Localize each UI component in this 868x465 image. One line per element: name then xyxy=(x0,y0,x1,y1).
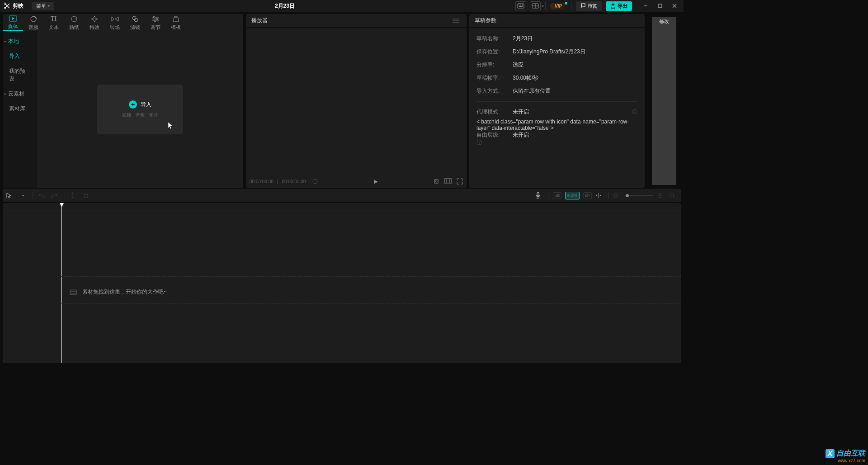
tab-label: 贴纸 xyxy=(69,24,79,31)
player-viewport[interactable] xyxy=(246,28,467,175)
split-button[interactable] xyxy=(71,192,79,199)
svg-rect-6 xyxy=(519,6,523,7)
tab-filter[interactable]: 滤镜 xyxy=(125,15,145,31)
divider xyxy=(548,192,548,199)
flag-icon xyxy=(580,3,586,9)
ratio-icon[interactable] xyxy=(444,178,452,185)
timeline-body[interactable]: 素材拖拽到这里，开始你的大作吧~ xyxy=(3,210,681,363)
sidenav-import[interactable]: 导入 xyxy=(3,49,37,64)
svg-rect-48 xyxy=(70,290,76,294)
tab-media[interactable]: 媒体 xyxy=(3,15,23,31)
time-total: 00:00:00:00 xyxy=(282,179,306,184)
review-button[interactable]: 审阅 xyxy=(576,1,602,11)
modify-button[interactable]: 修改 xyxy=(652,17,676,185)
zoom-out-button[interactable] xyxy=(613,193,621,198)
transition-icon xyxy=(111,15,119,23)
adjust-icon xyxy=(152,15,159,23)
import-card[interactable]: + 导入 视频、音频、图片 xyxy=(97,85,183,134)
plus-icon: + xyxy=(129,100,137,109)
menu-icon[interactable] xyxy=(450,16,461,25)
params-title: 草稿参数 xyxy=(475,17,496,24)
param-label: 保存位置: xyxy=(476,48,513,56)
sidenav-cloud[interactable]: 云素材 xyxy=(3,86,37,101)
scissors-icon xyxy=(4,2,11,9)
param-value: 保留在原有位置 xyxy=(513,87,551,95)
zoom-fit-button[interactable] xyxy=(669,193,677,198)
minimize-button[interactable] xyxy=(640,1,651,10)
zoom-slider[interactable] xyxy=(625,195,654,196)
svg-rect-10 xyxy=(581,4,585,7)
main-area: 媒体 音频 TI 文本 贴纸 特效 转场 xyxy=(0,12,684,189)
time-ruler[interactable] xyxy=(3,203,681,210)
param-row-proxy: 代理模式 未开启 ⓘ xyxy=(476,105,637,119)
tab-adjust[interactable]: 调节 xyxy=(145,15,165,31)
undo-button[interactable] xyxy=(38,193,47,198)
zoom-handle[interactable] xyxy=(626,194,629,197)
audio-icon xyxy=(30,15,37,23)
chevron-down-icon: ▾ xyxy=(542,5,544,8)
pointer-tool[interactable] xyxy=(6,192,14,199)
toolbar-right: ◁⫴ ⫴◁▷⫴ ⫴▷ xyxy=(535,192,677,199)
play-button[interactable]: ▶ xyxy=(374,178,378,185)
text-icon: TI xyxy=(51,15,57,23)
tab-label: 转场 xyxy=(110,24,120,31)
layout-icon[interactable]: ▾ xyxy=(530,1,541,10)
svg-rect-4 xyxy=(520,5,521,5)
export-button[interactable]: 导出 xyxy=(606,1,632,11)
tab-transition[interactable]: 转场 xyxy=(104,15,125,31)
tab-audio[interactable]: 音频 xyxy=(23,15,43,31)
svg-rect-5 xyxy=(522,5,523,5)
svg-point-28 xyxy=(313,179,317,184)
maximize-button[interactable] xyxy=(655,1,665,10)
param-row-resolution: 分辨率: 适应 xyxy=(476,58,637,71)
fullscreen-icon[interactable] xyxy=(457,178,463,185)
params-body: 草稿名称: 2月23日 保存位置: D:/JianyingPro Drafts/… xyxy=(469,28,645,188)
snap-next-button[interactable]: ⫴▷ xyxy=(583,192,592,199)
redo-button[interactable] xyxy=(51,193,59,198)
resource-tabs: 媒体 音频 TI 文本 贴纸 特效 转场 xyxy=(3,14,243,31)
divider xyxy=(608,192,609,199)
close-button[interactable] xyxy=(669,1,680,10)
tab-label: 调节 xyxy=(151,24,160,31)
delete-button[interactable] xyxy=(83,193,91,198)
player-controls: 00:00:00:00 | 00:00:00:00 ▶ xyxy=(246,175,467,188)
svg-point-30 xyxy=(435,180,437,182)
align-icon[interactable] xyxy=(595,193,604,198)
review-label: 审阅 xyxy=(588,3,598,9)
tab-template[interactable]: 模板 xyxy=(165,15,186,31)
timeline-hint: 素材拖拽到这里，开始你的大作吧~ xyxy=(70,288,167,296)
info-icon[interactable]: ⓘ xyxy=(632,108,637,116)
loop-icon[interactable] xyxy=(312,178,318,185)
param-value: 未开启 xyxy=(513,131,529,139)
svg-rect-13 xyxy=(658,4,662,8)
tab-sticker[interactable]: 贴纸 xyxy=(64,15,84,31)
menu-dropdown[interactable]: 菜单 ▾ xyxy=(32,2,54,10)
tab-text[interactable]: TI 文本 xyxy=(43,15,64,31)
keyboard-icon[interactable] xyxy=(515,1,526,10)
media-icon xyxy=(9,15,17,22)
svg-rect-29 xyxy=(434,180,438,183)
vip-badge[interactable]: VIP xyxy=(550,3,566,9)
snap-prev-button[interactable]: ◁⫴ xyxy=(553,192,561,199)
sidenav-library[interactable]: 素材库 xyxy=(3,101,37,116)
track-separator xyxy=(61,304,681,304)
params-footer: 修改 xyxy=(647,14,681,188)
tab-effect[interactable]: 特效 xyxy=(84,15,104,31)
export-label: 导出 xyxy=(618,3,627,9)
sidenav-presets[interactable]: 我的预设 xyxy=(3,64,37,86)
crop-icon[interactable] xyxy=(433,178,439,185)
zoom-in-button[interactable] xyxy=(657,193,665,198)
sidenav-local[interactable]: 本地 xyxy=(3,34,37,49)
svg-point-24 xyxy=(154,20,156,22)
app-name: 剪映 xyxy=(13,2,24,10)
magnet-button[interactable]: ⫴◁▷⫴ xyxy=(565,192,580,199)
info-icon[interactable]: ⓘ xyxy=(476,139,482,146)
chevron-down-icon[interactable]: ▾ xyxy=(19,194,27,198)
param-row-path: 保存位置: D:/JianyingPro Drafts/2月23日 xyxy=(476,45,637,58)
effect-icon xyxy=(91,15,98,23)
mic-icon[interactable] xyxy=(535,192,543,199)
timeline[interactable]: 素材拖拽到这里，开始你的大作吧~ xyxy=(3,203,681,363)
param-label: 分辨率: xyxy=(476,61,513,69)
divider xyxy=(65,192,65,199)
player-right-icons xyxy=(433,178,463,185)
